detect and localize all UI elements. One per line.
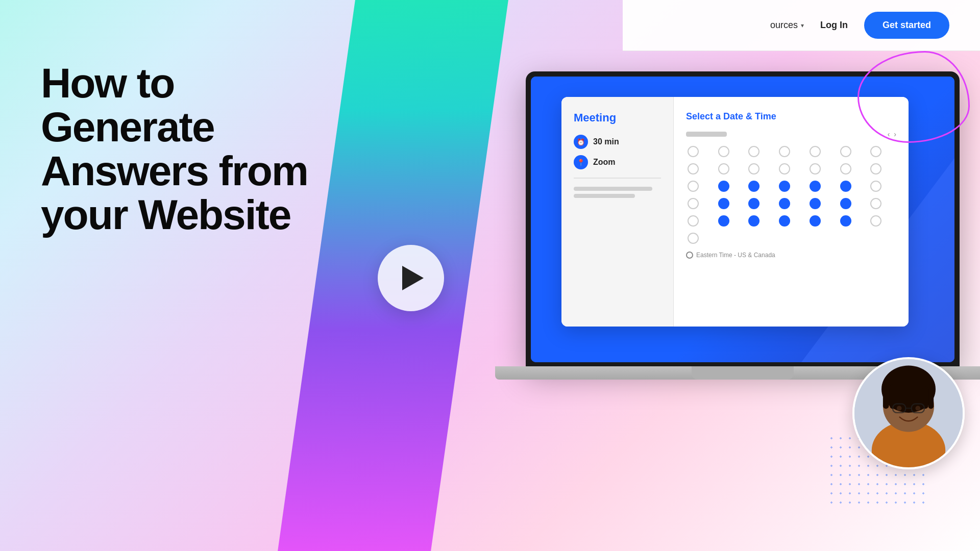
cal-cell-r1c2 — [717, 144, 731, 159]
cal-cell-r1c3 — [747, 144, 761, 159]
cal-cell-r4c7 — [869, 196, 883, 211]
nav-resources-label: ources — [770, 20, 798, 31]
cal-cell-r3c3[interactable] — [747, 179, 761, 193]
clock-icon: ⏰ — [574, 135, 588, 149]
login-link[interactable]: Log In — [820, 20, 848, 31]
svg-point-14 — [897, 406, 902, 411]
timezone-label: Eastern Time - US & Canada — [696, 252, 775, 259]
cal-cell-r4c6[interactable] — [839, 196, 853, 211]
calendly-right-panel: Select a Date & Time ‹ › — [674, 97, 909, 327]
cal-cell-r3c6[interactable] — [839, 179, 853, 193]
cal-cell-r5c6[interactable] — [839, 214, 853, 228]
cal-cell-r1c6 — [839, 144, 853, 159]
duration-text: 30 min — [593, 137, 619, 146]
laptop-notch — [692, 366, 794, 380]
cal-cell-r3c7 — [869, 179, 883, 193]
divider — [574, 178, 661, 179]
hero-title-line3: your Website — [41, 191, 290, 238]
cal-cell-r1c5 — [808, 144, 822, 159]
chevron-down-icon: ▾ — [801, 22, 804, 29]
play-icon — [402, 266, 424, 290]
svg-rect-8 — [928, 384, 934, 409]
play-button-container — [378, 245, 444, 311]
cal-cell-r2c5 — [808, 162, 822, 176]
duration-row: ⏰ 30 min — [574, 135, 661, 149]
cal-cell-r2c1 — [686, 162, 700, 176]
svg-rect-5 — [883, 387, 889, 409]
cal-cell-r3c5[interactable] — [808, 179, 822, 193]
cal-cell-r2c7 — [869, 162, 883, 176]
cal-cell-r3c2[interactable] — [717, 179, 731, 193]
month-bar — [686, 132, 727, 137]
hero-title-line2: Answers from — [41, 147, 308, 194]
play-button[interactable] — [378, 245, 444, 311]
cal-cell-r5c1 — [686, 214, 700, 228]
cal-cell-r4c5[interactable] — [808, 196, 822, 211]
cal-cell-r2c4 — [777, 162, 792, 176]
cal-cell-r3c4[interactable] — [777, 179, 792, 193]
calendly-left-panel: Meeting ⏰ 30 min 📍 Zoom — [561, 97, 674, 327]
avatar-svg — [854, 359, 963, 467]
cal-cell-r2c3 — [747, 162, 761, 176]
hero-title-line1: How to Generate — [41, 60, 214, 150]
cal-cell-r4c3[interactable] — [747, 196, 761, 211]
get-started-button[interactable]: Get started — [864, 12, 949, 39]
cal-cell-r2c6 — [839, 162, 853, 176]
cal-cell-r2c2 — [717, 162, 731, 176]
cal-cell-r5c2[interactable] — [717, 214, 731, 228]
location-text: Zoom — [593, 158, 616, 167]
hero-section: How to Generate Answers from your Websit… — [41, 61, 357, 237]
meeting-title: Meeting — [574, 111, 661, 124]
nav-resources-menu[interactable]: ources ▾ — [770, 20, 804, 31]
cal-cell-r4c4[interactable] — [777, 196, 792, 211]
cal-cell-r5c4[interactable] — [777, 214, 792, 228]
cal-cell-r1c4 — [777, 144, 792, 159]
calendar-grid — [686, 144, 896, 245]
header-nav: ources ▾ Log In Get started — [623, 0, 980, 51]
location-row: 📍 Zoom — [574, 155, 661, 169]
hero-title: How to Generate Answers from your Websit… — [41, 61, 357, 237]
timezone-icon — [686, 252, 693, 259]
cal-cell-r3c1 — [686, 179, 700, 193]
avatar-circle — [852, 357, 965, 469]
calendly-card: Meeting ⏰ 30 min 📍 Zoom — [561, 97, 909, 327]
location-icon: 📍 — [574, 155, 588, 169]
cal-cell-r5c3[interactable] — [747, 214, 761, 228]
cal-cell-r1c1 — [686, 144, 700, 159]
description-lines — [574, 187, 661, 198]
cal-cell-r5c7 — [869, 214, 883, 228]
svg-point-15 — [915, 406, 920, 411]
cal-cell-r4c1 — [686, 196, 700, 211]
timezone-row: Eastern Time - US & Canada — [686, 252, 896, 259]
cal-cell-r1c7 — [869, 144, 883, 159]
cal-cell-r4c2[interactable] — [717, 196, 731, 211]
cal-cell-r6c1 — [686, 231, 700, 245]
avatar-person — [854, 359, 963, 467]
desc-line-2 — [574, 194, 635, 198]
desc-line-1 — [574, 187, 652, 191]
month-header: ‹ › — [686, 130, 896, 138]
cal-cell-r5c5[interactable] — [808, 214, 822, 228]
